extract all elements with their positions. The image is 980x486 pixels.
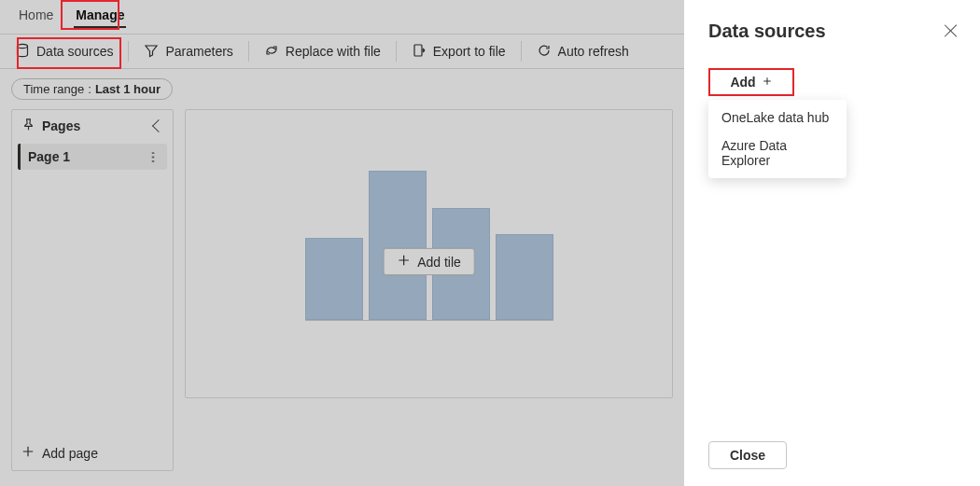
replace-with-file-button[interactable]: Replace with file: [255, 38, 390, 65]
plus-icon: [397, 254, 410, 270]
time-range-value: Last 1 hour: [95, 82, 161, 96]
data-sources-panel: Data sources Add OneLake data hub Azure …: [684, 0, 980, 486]
collapse-sidebar-icon[interactable]: [152, 119, 165, 132]
highlight-add-button: Add: [708, 68, 794, 96]
azure-data-explorer-option[interactable]: Azure Data Explorer: [708, 132, 847, 174]
svg-rect-1: [414, 45, 422, 56]
parameters-button[interactable]: Parameters: [134, 38, 242, 65]
auto-refresh-label: Auto refresh: [558, 44, 629, 59]
svg-point-0: [18, 44, 28, 48]
parameters-label: Parameters: [165, 44, 232, 59]
replace-icon: [264, 43, 279, 61]
add-tile-label: Add tile: [417, 255, 461, 270]
toolbar-separator: [128, 41, 129, 62]
toolbar-separator: [396, 41, 397, 62]
replace-label: Replace with file: [286, 44, 381, 59]
page-item[interactable]: Page 1 ⋯: [18, 144, 167, 170]
auto-refresh-button[interactable]: Auto refresh: [527, 38, 638, 65]
onelake-data-hub-option[interactable]: OneLake data hub: [708, 104, 847, 132]
add-page-label: Add page: [42, 446, 98, 461]
tab-manage[interactable]: Manage: [64, 4, 135, 28]
plus-icon: [762, 75, 773, 90]
manage-toolbar: Data sources Parameters Replace with fil…: [0, 34, 684, 69]
close-button[interactable]: Close: [708, 441, 787, 469]
add-dropdown: OneLake data hub Azure Data Explorer: [708, 100, 847, 178]
plus-icon: [21, 445, 35, 461]
refresh-icon: [537, 43, 552, 61]
chip-colon: :: [88, 82, 91, 96]
data-sources-button[interactable]: Data sources: [6, 38, 122, 65]
chart-bar: [496, 234, 553, 320]
export-to-file-button[interactable]: Export to file: [402, 38, 515, 65]
export-icon: [412, 43, 427, 61]
pin-icon: [21, 118, 35, 134]
placeholder-bar-chart: [305, 172, 553, 321]
chart-bar: [369, 171, 427, 320]
add-data-source-button[interactable]: Add: [721, 72, 781, 92]
time-range-prefix: Time range: [23, 82, 84, 96]
panel-title: Data sources: [708, 21, 956, 42]
time-range-chip[interactable]: Time range : Last 1 hour: [11, 78, 173, 100]
tab-home[interactable]: Home: [7, 4, 64, 28]
chart-bar: [305, 238, 363, 320]
add-label: Add: [730, 75, 755, 90]
add-page-button[interactable]: Add page: [12, 436, 173, 470]
add-tile-button[interactable]: Add tile: [383, 248, 475, 275]
workspace: Pages Page 1 ⋯ Add page: [11, 109, 673, 471]
toolbar-separator: [521, 41, 522, 62]
dashboard-canvas: Add tile: [185, 109, 673, 398]
page-item-menu-icon[interactable]: ⋯: [147, 150, 161, 163]
data-sources-label: Data sources: [36, 44, 113, 59]
database-icon: [15, 43, 30, 61]
pages-title: Pages: [42, 118, 80, 133]
filter-icon: [144, 43, 159, 61]
pages-sidebar: Pages Page 1 ⋯ Add page: [11, 109, 174, 471]
app-main: Home Manage Data sources Parameters: [0, 0, 684, 486]
close-icon[interactable]: [943, 22, 959, 39]
export-label: Export to file: [433, 44, 506, 59]
page-item-label: Page 1: [28, 149, 70, 164]
time-range-row: Time range : Last 1 hour: [0, 69, 684, 100]
toolbar-separator: [248, 41, 249, 62]
main-tabs: Home Manage: [0, 0, 684, 28]
